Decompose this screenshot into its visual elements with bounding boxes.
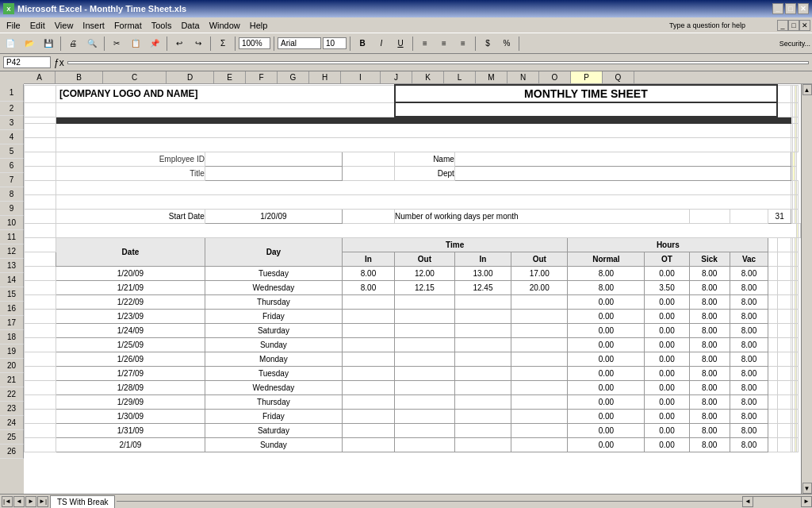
col-K[interactable]: K [412,71,444,83]
search-box[interactable]: Type a question for help [669,21,777,29]
tab-last-button[interactable]: ►| [37,496,48,507]
col-P[interactable]: P [571,71,603,83]
menu-tools[interactable]: Tools [147,19,177,32]
scroll-down-button[interactable]: ▼ [802,483,812,494]
in2-14[interactable]: 13.00 [454,266,511,280]
ot-14[interactable]: 0.00 [645,266,689,280]
sheet-tab-ts-with-break[interactable]: TS With Break [50,495,115,508]
vac-15[interactable]: 8.00 [730,280,768,294]
align-center-button[interactable]: ≡ [435,36,453,52]
dept-input[interactable] [454,166,791,180]
close-button[interactable]: ✕ [798,3,809,14]
in2-15[interactable]: 12.45 [454,280,511,294]
col-N[interactable]: N [508,71,539,83]
maximize-button-2[interactable]: □ [788,20,799,31]
tab-prev-button[interactable]: ◄ [13,496,25,507]
vertical-scrollbar[interactable]: ▲ ▼ [801,84,812,494]
date-15[interactable]: 1/21/09 [56,280,205,294]
col-G[interactable]: G [278,71,309,83]
minimize-button-2[interactable]: _ [777,20,788,31]
redo-button[interactable]: ↪ [190,36,207,52]
in1-14[interactable]: 8.00 [342,266,394,280]
menu-bar: File Edit View Insert Format Tools Data … [0,17,812,33]
in1-15[interactable]: 8.00 [342,280,394,294]
start-date-value[interactable]: 1/20/09 [205,209,342,223]
menu-format[interactable]: Format [109,19,147,32]
normal-14[interactable]: 8.00 [568,266,645,280]
normal-15[interactable]: 8.00 [568,280,645,294]
ot-15[interactable]: 3.50 [645,280,689,294]
out2-15[interactable]: 20.00 [511,280,568,294]
align-left-button[interactable]: ≡ [416,36,434,52]
scroll-up-button[interactable]: ▲ [802,84,812,95]
cell-b4 [56,123,791,137]
print-button[interactable]: 🖨 [64,36,82,52]
font-box[interactable]: Arial [278,37,321,49]
sick-14[interactable]: 8.00 [689,266,730,280]
preview-button[interactable]: 🔍 [83,36,101,52]
col-F[interactable]: F [246,71,278,83]
employee-id-input[interactable] [205,152,342,166]
open-button[interactable]: 📂 [21,36,38,52]
new-button[interactable]: 📄 [2,36,19,52]
col-H[interactable]: H [309,71,341,83]
percent-button[interactable]: % [498,36,515,52]
copy-button[interactable]: 📋 [127,36,144,52]
save-button[interactable]: 💾 [40,36,57,52]
formula-input[interactable] [67,61,809,64]
col-I[interactable]: I [341,71,381,83]
col-J[interactable]: J [381,71,412,83]
menu-window[interactable]: Window [205,19,245,32]
maximize-button[interactable]: □ [785,3,796,14]
bold-button[interactable]: B [354,36,371,52]
col-L[interactable]: L [444,71,476,83]
col-E[interactable]: E [214,71,246,83]
day-15[interactable]: Wednesday [205,280,342,294]
out2-14[interactable]: 17.00 [511,266,568,280]
underline-button[interactable]: U [392,36,409,52]
start-date-label: Start Date [56,209,205,223]
col-Q[interactable]: Q [603,71,634,83]
col-B[interactable]: B [56,71,103,83]
paste-button[interactable]: 📌 [146,36,163,52]
undo-button[interactable]: ↩ [170,36,188,52]
menu-edit[interactable]: Edit [25,19,50,32]
cell-a1[interactable] [25,85,56,102]
menu-data[interactable]: Data [176,19,204,32]
sum-button[interactable]: Σ [214,36,232,52]
out1-14[interactable]: 12.00 [395,266,455,280]
italic-button[interactable]: I [373,36,390,52]
size-box[interactable]: 10 [323,37,347,49]
minimize-button[interactable]: _ [772,3,783,14]
tab-first-button[interactable]: |◄ [2,496,13,507]
vac-header: Vac [730,252,768,266]
tab-next-button[interactable]: ► [25,496,36,507]
vac-14[interactable]: 8.00 [730,266,768,280]
out1-15[interactable]: 12.15 [395,280,455,294]
col-C[interactable]: C [103,71,167,83]
name-box[interactable]: P42 [3,56,51,68]
menu-help[interactable]: Help [245,19,273,32]
scroll-right-button[interactable]: ► [801,496,812,507]
col-A[interactable]: A [24,71,56,83]
menu-insert[interactable]: Insert [78,19,109,32]
sick-15[interactable]: 8.00 [689,280,730,294]
day-14[interactable]: Tuesday [205,266,342,280]
currency-button[interactable]: $ [479,36,496,52]
title-controls: _ □ ✕ [772,3,809,14]
align-right-button[interactable]: ≡ [454,36,472,52]
col-M[interactable]: M [476,71,508,83]
scroll-left-button[interactable]: ◄ [742,496,753,507]
name-input[interactable] [454,152,791,166]
date-14[interactable]: 1/20/09 [56,266,205,280]
cut-button[interactable]: ✂ [108,36,125,52]
close-button-2[interactable]: ✕ [799,20,810,31]
zoom-box[interactable]: 100% [239,37,270,49]
col-D[interactable]: D [167,71,214,83]
menu-view[interactable]: View [50,19,79,32]
cell-l12 [768,237,777,252]
menu-file[interactable]: File [2,19,25,32]
title-input[interactable] [205,166,342,180]
working-days-value[interactable]: 31 [768,209,791,223]
col-O[interactable]: O [539,71,571,83]
